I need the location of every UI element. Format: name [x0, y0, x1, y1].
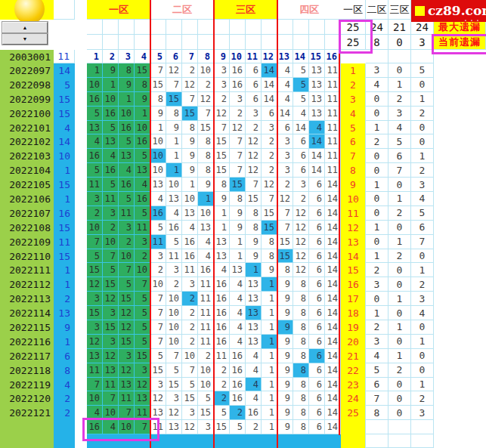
scroll-down-button[interactable]: ▼: [2, 33, 48, 45]
trend-row-2022110: 2022110155710231116413198151261414120: [0, 249, 486, 264]
number-cell: 15: [214, 149, 230, 163]
number-cell: 15: [103, 320, 119, 335]
number-cell: 16: [198, 263, 214, 277]
number-cell: 4: [87, 134, 103, 149]
number-cell: 15: [87, 306, 103, 320]
number-cell: 2: [87, 206, 103, 221]
empty-cell: [214, 35, 230, 50]
stat-cell: 6: [411, 221, 434, 235]
number-cell: 3: [103, 206, 119, 221]
number-cell: 10: [182, 192, 198, 206]
trend-row-2022105: 202210515115164131019815712236149103: [0, 178, 486, 192]
row-index-cell: 16: [341, 277, 366, 292]
trend-row-2022120: 202212021071113123155216419861424702: [0, 391, 486, 406]
number-cell: 8: [262, 235, 277, 249]
bottom-strip: [0, 434, 486, 448]
current-omission-value: 3: [411, 35, 434, 50]
number-cell: 9: [262, 263, 277, 277]
stat-cell: 5: [388, 134, 411, 149]
stat-cell: 4: [388, 121, 411, 135]
number-cell: 4: [103, 149, 119, 163]
number-cell: 12: [293, 221, 309, 235]
row-index-cell: 23: [341, 378, 366, 392]
number-cell: 5: [135, 206, 150, 221]
number-cell: 4: [182, 221, 198, 235]
stat-cell: 5: [411, 206, 434, 221]
number-cell: 2: [119, 235, 135, 249]
current-omission-row: 25803 当前遗漏: [0, 35, 486, 50]
number-cell: 10: [119, 107, 135, 121]
scroll-up-button[interactable]: ▲: [2, 22, 48, 33]
trend-row-2022108: 2022108151023115164131981571261412106: [0, 221, 486, 235]
trend-row-2022111: 202211111557102311164131981261415201: [0, 263, 486, 277]
logo-square-icon: [415, 6, 425, 16]
lottery-trend-chart: 一区二区三区四区 一区二区三区 25242124 最大遗漏 25803 当前遗漏…: [0, 0, 486, 448]
row-index-cell: 5: [341, 121, 366, 135]
number-cell: 7: [182, 92, 198, 107]
header-gap-cell: [75, 50, 87, 63]
number-cell: 11: [198, 306, 214, 320]
stat-cell: 1: [366, 121, 388, 135]
row-index-cell: 11: [341, 206, 366, 221]
empty-cell: [182, 20, 198, 35]
period-cell: 2022099: [0, 92, 54, 107]
number-cell: 3: [262, 121, 277, 135]
stat-cell: 3: [411, 406, 434, 420]
zone-header-一区: 一区: [87, 0, 150, 20]
period-column-tail: [0, 420, 54, 434]
stat-cell: 7: [388, 163, 411, 178]
stat-cell: 0: [366, 163, 388, 178]
number-cell: 7: [230, 163, 246, 178]
number-cell: 15: [166, 378, 182, 392]
value-column-foot: [54, 434, 75, 448]
trend-row-2022100: 202210015516101981571223614413114032: [0, 107, 486, 121]
period-cell: 2022120: [0, 391, 54, 406]
empty-cell: [135, 35, 150, 50]
number-cell: 10: [150, 163, 166, 178]
row-index-cell: 25: [341, 406, 366, 420]
number-cell: 16: [166, 221, 182, 235]
hit-number-cell: 14: [262, 63, 277, 78]
blank-cell: [434, 178, 486, 192]
number-cell: 4: [198, 235, 214, 249]
right-zone-label-三区: 三区: [388, 0, 411, 20]
number-cell: 4: [135, 178, 150, 192]
number-cell: 7: [119, 263, 135, 277]
blank-cell: [434, 406, 486, 420]
blank-cell: [434, 292, 486, 306]
pending-number-cell: 3: [198, 420, 214, 434]
number-cell: 10: [150, 134, 166, 149]
blank-cell: [434, 107, 486, 121]
hit-number-cell: 11: [150, 235, 166, 249]
pending-number-cell: 15: [214, 420, 230, 434]
number-cell: 13: [103, 134, 119, 149]
number-cell: 1: [262, 349, 277, 363]
number-cell: 6: [293, 149, 309, 163]
blank-cell: [411, 420, 434, 434]
period-cell: 2022103: [0, 149, 54, 163]
blank-cell: [434, 378, 486, 392]
number-cell: 6: [246, 92, 262, 107]
number-cell: 16: [230, 349, 246, 363]
number-cell: 10: [135, 121, 150, 135]
blank-cell: [388, 434, 411, 448]
number-cell: 12: [277, 192, 293, 206]
number-cell: 14: [293, 121, 309, 135]
number-cell: 3: [87, 320, 103, 335]
number-cell: 9: [103, 63, 119, 78]
site-logo[interactable]: cz89.com ...: [411, 0, 486, 22]
stat-cell: 4: [411, 306, 434, 320]
blank-cell: [434, 434, 486, 448]
number-cell: 12: [166, 63, 182, 78]
empty-cell: [246, 35, 262, 50]
number-cell: 10: [150, 277, 166, 292]
number-cell: 15: [150, 78, 166, 92]
number-cell: 15: [87, 263, 103, 277]
number-cell: 7: [198, 107, 214, 121]
number-cell: 2: [198, 78, 214, 92]
number-cell: 7: [230, 149, 246, 163]
number-cell: 9: [277, 378, 293, 392]
blank-cell: [388, 50, 411, 63]
zone-header-二区: 二区: [150, 0, 214, 20]
row-index-cell: 1: [341, 63, 366, 78]
